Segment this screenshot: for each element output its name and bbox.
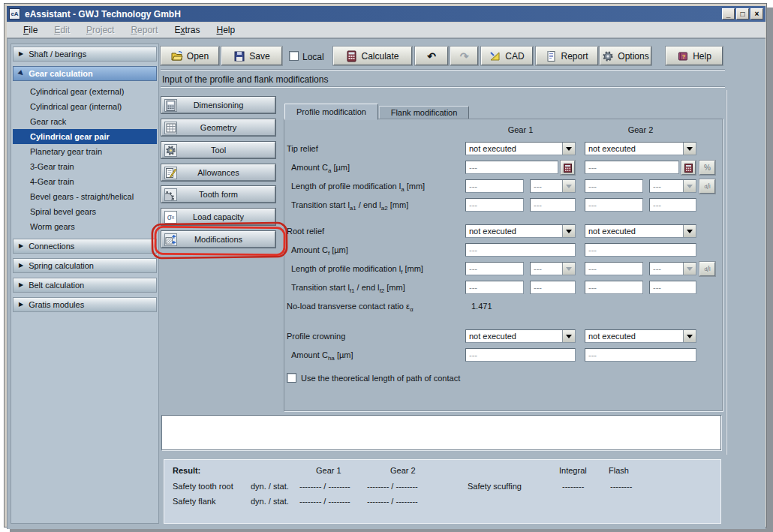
tool-button[interactable]: Tool [161,142,275,158]
open-folder-icon [171,50,183,62]
minimize-button[interactable]: _ [722,8,735,20]
svg-text:?: ? [682,53,686,60]
result-gear1-header: Gear 1 [316,466,341,475]
collapsed-arrow-icon: ▶ [19,243,23,249]
menu-bar: File Edit Project Report Extras Help [7,23,765,38]
tree-item-bevel-gears[interactable]: Bevel gears - straight/helical [13,189,157,204]
report-button[interactable]: Report [536,47,598,65]
calculate-button[interactable]: Calculate [333,47,412,65]
status-divider [161,86,725,88]
geometry-button[interactable]: Geometry [161,119,275,136]
window-title: eAssistant - GWJ Technology GmbH [25,9,181,20]
cad-button[interactable]: CAD [481,47,533,65]
tree-section-label: Gratis modules [29,300,84,309]
dimensioning-button[interactable]: Dimensioning [161,97,275,113]
undo-button[interactable]: ↶ [415,47,448,65]
menu-help[interactable]: Help [210,23,241,37]
tree-item-cylindrical-gear-internal[interactable]: Cylindrical gear (internal) [13,99,157,114]
safety-tooth-root-label: Safety tooth root [173,482,233,491]
save-button[interactable]: Save [221,47,282,65]
help-button[interactable]: ? Help [666,47,723,65]
options-button[interactable]: Options [600,47,651,65]
tree-section-connections[interactable]: ▶ Connections [13,239,157,254]
toolbar-divider [161,69,725,71]
help-label: Help [693,51,711,62]
tree-item-worm-gears[interactable]: Worm gears [13,219,157,234]
tree-item-cylindrical-gear-external[interactable]: Cylindrical gear (external) [13,84,157,99]
tree-section-spring-calculation[interactable]: ▶ Spring calculation [13,258,157,273]
navigation-tree: ▶ Shaft / bearings ▶ Gear calculation Cy… [11,44,159,524]
tree-section-label: Gear calculation [29,69,93,78]
tree-section-belt-calculation[interactable]: ▶ Belt calculation [13,278,157,293]
dimensioning-label: Dimensioning [194,101,244,110]
allowances-button[interactable]: Allowances [161,164,275,181]
tab-flank-modification[interactable]: Flank modification [379,106,469,119]
tree-item-cylindrical-gear-pair[interactable]: Cylindrical gear pair [13,129,157,144]
menu-report-key: R [131,25,137,35]
allowances-label: Allowances [197,168,239,177]
tree-item-3-gear-train[interactable]: 3-Gear train [13,159,157,174]
tree-section-label: Shaft / bearings [29,50,86,59]
tree-item-planetary-gear-train[interactable]: Planetary gear train [13,144,157,159]
geometry-icon [164,122,177,134]
tree-section-gratis-modules[interactable]: ▶ Gratis modules [13,297,157,312]
tab-label: Profile modification [296,107,366,116]
menu-extras[interactable]: Extras [168,23,206,37]
result-flash-header: Flash [609,466,629,475]
safety-scuffing-flash-value: -------- [610,482,632,491]
redo-button: ↷ [450,47,478,65]
collapsed-arrow-icon: ▶ [19,263,23,269]
menu-report: Report [125,23,164,37]
open-button[interactable]: Open [161,47,219,65]
safety-flank-gear1-value: -------- / -------- [299,497,350,506]
local-checkbox[interactable] [289,51,299,61]
tree-section-label: Connections [29,242,74,251]
window-controls: _ □ × [720,8,763,20]
maximize-button[interactable]: □ [736,8,749,20]
tree-item-spiral-bevel-gears[interactable]: Spiral bevel gears [13,204,157,219]
profile-modification-panel [284,119,723,411]
safety-flank-mode: dyn. / stat. [251,497,289,506]
result-integral-header: Integral [559,466,587,475]
help-book-icon: ? [677,50,689,62]
collapsed-arrow-icon: ▶ [19,302,23,308]
report-document-icon [546,50,557,62]
status-text: Input of the profile and flank modificat… [162,74,328,85]
close-button[interactable]: × [750,8,763,20]
modifications-button[interactable]: Modifications [161,231,275,248]
tree-section-label: Belt calculation [29,281,84,290]
safety-scuffing-label: Safety scuffing [468,482,522,491]
menu-help-key: H [216,25,223,35]
modifications-icon [164,233,177,246]
tooth-form-label: Tooth form [199,190,238,199]
save-label: Save [249,51,269,62]
collapsed-arrow-icon: ▶ [19,51,23,57]
tree-item-gear-rack[interactable]: Gear rack [13,114,157,129]
tree-section-shaft-bearings[interactable]: ▶ Shaft / bearings [13,47,157,62]
open-label: Open [187,51,209,62]
cad-label: CAD [505,51,524,62]
calculate-label: Calculate [361,51,399,62]
safety-tooth-root-gear2-value: -------- / -------- [367,482,418,491]
undo-icon: ↶ [427,50,436,62]
tab-profile-modification[interactable]: Profile modification [284,104,378,120]
tree-item-4-gear-train[interactable]: 4-Gear train [13,174,157,189]
tooth-form-button[interactable]: Tooth form [161,186,275,203]
tooth-form-icon [164,188,177,201]
result-title: Result: [173,466,200,475]
load-capacity-button[interactable]: σx Load capacity [161,209,275,225]
menu-edit: Edit [48,23,76,37]
result-gear2-header: Gear 2 [390,466,416,475]
message-box [161,415,721,450]
save-disk-icon [233,50,245,62]
safety-tooth-root-gear1-value: -------- / -------- [299,482,350,491]
load-capacity-label: Load capacity [193,212,244,221]
app-icon: eA [9,8,20,20]
result-panel: Result: Gear 1 Gear 2 Integral Flash Saf… [164,459,721,524]
safety-tooth-root-mode: dyn. / stat. [251,482,289,491]
menu-report-text2: eport [137,25,158,35]
allowances-icon [164,167,177,179]
tree-section-gear-calculation[interactable]: ▶ Gear calculation [13,66,157,81]
menu-file[interactable]: File [17,23,44,37]
options-tools-icon [602,50,614,62]
